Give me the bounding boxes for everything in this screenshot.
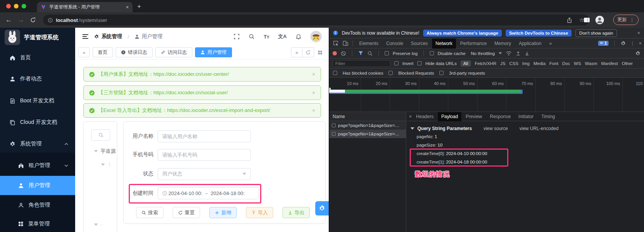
reset-button[interactable]: 重置 (173, 207, 200, 218)
preserve-log-checkbox[interactable] (385, 51, 389, 55)
tab-close-icon[interactable]: × (126, 4, 129, 10)
page-tab-error-log[interactable]: 错误日志 (116, 47, 153, 57)
export-button[interactable]: 导出 (282, 207, 310, 218)
request-row-selected[interactable]: page?pageNo=1&pageSize=… (329, 130, 406, 138)
network-settings-gear-icon[interactable] (635, 51, 641, 56)
filter-type-js[interactable]: JS (500, 61, 505, 66)
switch-language-button[interactable]: Switch DevTools to Chinese (506, 30, 572, 37)
network-filter-input[interactable] (333, 60, 390, 67)
tabs-scroll-right-button[interactable]: » (291, 47, 303, 57)
kebab-menu-icon[interactable]: ⋮ (630, 40, 635, 46)
disable-cache-checkbox[interactable] (430, 51, 434, 55)
devtools-tab-console[interactable]: Console (383, 38, 407, 48)
browser-tab[interactable]: 芋道管理系统 - 用户管理 × (37, 2, 133, 12)
blocked-requests-checkbox[interactable] (388, 71, 393, 75)
sidebar-item-menu-management[interactable]: 菜单管理 (0, 214, 75, 232)
profile-avatar-icon[interactable] (595, 15, 604, 25)
caret-down-icon[interactable] (94, 150, 98, 152)
close-icon[interactable]: × (312, 107, 315, 113)
filter-type-ws[interactable]: WS (574, 61, 581, 66)
status-select[interactable]: 用户状态 (158, 168, 251, 180)
filter-type-css[interactable]: CSS (509, 61, 518, 66)
filter-type-media[interactable]: Media (533, 61, 545, 66)
device-toolbar-icon[interactable] (341, 40, 350, 46)
network-timeline-overview[interactable]: 10 ms 20 ms 30 ms 40 ms 50 ms 60 ms 70 m… (329, 78, 644, 112)
sidebar-item-home[interactable]: 首页 (0, 48, 75, 67)
detail-tab-headers[interactable]: Headers (413, 112, 437, 121)
close-icon[interactable]: × (637, 30, 640, 36)
issues-counter[interactable]: 1 (598, 41, 609, 46)
search-icon[interactable] (249, 33, 255, 40)
network-conditions-icon[interactable] (506, 51, 512, 56)
forward-icon[interactable]: → (18, 16, 24, 24)
minimize-window-button[interactable] (14, 4, 18, 8)
close-icon[interactable]: × (312, 90, 315, 96)
devtools-tab-memory[interactable]: Memory (491, 38, 515, 48)
import-button[interactable]: 导入 (246, 207, 273, 218)
sidebar-item-author-news[interactable]: 作者动态 (0, 69, 75, 88)
detail-tab-initiator[interactable]: Initiator (515, 112, 537, 121)
settings-gear-icon[interactable] (620, 41, 626, 46)
user-av atar[interactable] (310, 31, 322, 42)
tabs-scroll-left-button[interactable]: « (78, 47, 90, 57)
app-logo-row[interactable]: 芋道管理系统 (5, 30, 59, 45)
sidebar-item-tenant-management[interactable]: 租户管理 (0, 156, 75, 175)
sidebar-item-user-management[interactable]: 用户管理 (0, 176, 75, 195)
mobile-input[interactable] (158, 149, 251, 161)
tree-node-root[interactable]: 芋道源 (94, 148, 116, 155)
filter-type-font[interactable]: Font (550, 61, 558, 66)
fullscreen-icon[interactable] (234, 33, 240, 40)
inspect-element-icon[interactable] (331, 40, 340, 46)
detail-tab-timing[interactable]: Timing (538, 112, 558, 121)
view-source-link[interactable]: view source (483, 126, 508, 131)
query-string-section-header[interactable]: Query String Parameters view source view… (410, 125, 644, 132)
close-detail-icon[interactable]: × (409, 113, 412, 119)
import-har-icon[interactable] (516, 51, 521, 56)
layout-grid-icon[interactable] (314, 47, 326, 57)
filter-type-img[interactable]: Img (522, 61, 530, 66)
devtools-tab-network[interactable]: Network (432, 38, 456, 48)
detail-tab-payload[interactable]: Payload (438, 112, 461, 121)
search-network-icon[interactable] (367, 51, 373, 56)
devtools-tab-application[interactable]: Application (515, 38, 545, 48)
filter-type-fetch-xhr[interactable]: Fetch/XHR (475, 61, 496, 66)
page-tab-home[interactable]: 首页 (92, 47, 113, 57)
filter-type-manifest[interactable]: Manifest (601, 61, 618, 66)
filter-type-wasm[interactable]: Wasm (585, 61, 597, 66)
close-window-button[interactable] (6, 4, 11, 8)
request-checkbox[interactable] (332, 132, 336, 136)
devtools-tab-sources[interactable]: Sources (407, 38, 431, 48)
devtools-tab-performance[interactable]: Performance (457, 38, 490, 48)
bell-icon[interactable] (296, 33, 301, 40)
clear-network-log-icon[interactable] (341, 51, 346, 56)
font-size-icon[interactable]: Tᴛ (264, 34, 269, 40)
add-button[interactable]: 新增 (209, 207, 237, 218)
new-tab-button[interactable]: + (137, 3, 141, 10)
match-language-button[interactable]: Always match Chrome's language (423, 30, 502, 37)
chrome-update-button[interactable]: 更新 ⋮ (613, 15, 639, 25)
side-panel-icon[interactable] (583, 17, 590, 23)
filter-funnel-icon[interactable] (358, 51, 363, 56)
reload-icon[interactable] (30, 17, 36, 23)
username-input[interactable] (158, 130, 251, 142)
create-time-range-picker[interactable]: 2024-04-10 00: – 2024-04-18 00: (158, 187, 259, 199)
close-devtools-icon[interactable]: × (639, 40, 642, 46)
translate-icon[interactable]: 文A (278, 33, 287, 40)
address-bar[interactable]: localhost/system/user ☆ (43, 15, 589, 25)
invert-checkbox[interactable] (394, 61, 399, 65)
hide-data-urls-checkbox[interactable] (417, 61, 422, 65)
hamburger-menu-icon[interactable] (82, 34, 89, 39)
page-tab-user-management[interactable]: 用户管理 (195, 47, 232, 57)
breadcrumb-root[interactable]: 系统管理 (94, 33, 122, 40)
filter-type-other[interactable]: Other (622, 61, 633, 66)
site-info-icon[interactable] (48, 18, 53, 23)
detail-tab-preview[interactable]: Preview (462, 112, 486, 121)
record-network-log-button[interactable] (333, 51, 337, 55)
throttling-select[interactable]: No throttling (471, 51, 495, 56)
devtools-tab-elements[interactable]: Elements (356, 38, 382, 48)
caret-down-icon[interactable] (94, 224, 98, 226)
tree-node-child[interactable]: ⋮ (101, 162, 112, 167)
search-button[interactable]: 搜索 (136, 207, 163, 218)
sidebar-item-cloud-docs[interactable]: Cloud 开发文档 (0, 113, 75, 132)
request-row[interactable]: page?pageNo=1&pageSize=… (329, 121, 406, 130)
